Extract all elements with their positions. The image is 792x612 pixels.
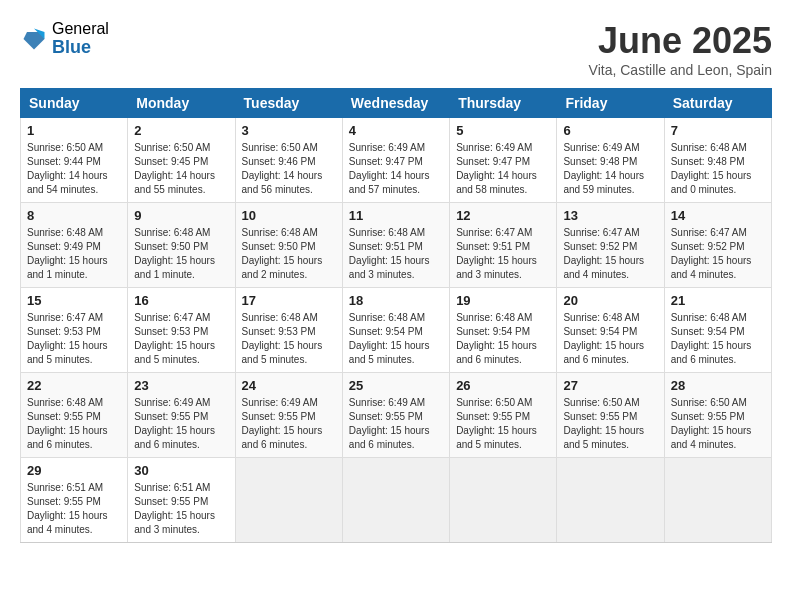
day-number: 30 bbox=[134, 463, 228, 478]
calendar-cell: 23 Sunrise: 6:49 AM Sunset: 9:55 PM Dayl… bbox=[128, 373, 235, 458]
cell-info: Sunrise: 6:49 AM Sunset: 9:55 PM Dayligh… bbox=[242, 396, 336, 452]
daylight-label: Daylight: 15 hours and 6 minutes. bbox=[671, 340, 752, 365]
calendar-cell: 9 Sunrise: 6:48 AM Sunset: 9:50 PM Dayli… bbox=[128, 203, 235, 288]
calendar-cell: 1 Sunrise: 6:50 AM Sunset: 9:44 PM Dayli… bbox=[21, 118, 128, 203]
cell-info: Sunrise: 6:49 AM Sunset: 9:48 PM Dayligh… bbox=[563, 141, 657, 197]
daylight-label: Daylight: 15 hours and 5 minutes. bbox=[456, 425, 537, 450]
day-number: 21 bbox=[671, 293, 765, 308]
cell-info: Sunrise: 6:48 AM Sunset: 9:51 PM Dayligh… bbox=[349, 226, 443, 282]
logo-general: General bbox=[52, 20, 109, 38]
day-number: 14 bbox=[671, 208, 765, 223]
sunrise-label: Sunrise: 6:49 AM bbox=[456, 142, 532, 153]
sunset-label: Sunset: 9:53 PM bbox=[134, 326, 208, 337]
cell-info: Sunrise: 6:51 AM Sunset: 9:55 PM Dayligh… bbox=[134, 481, 228, 537]
day-number: 2 bbox=[134, 123, 228, 138]
sunrise-label: Sunrise: 6:50 AM bbox=[242, 142, 318, 153]
logo-text: General Blue bbox=[52, 20, 109, 57]
calendar-cell: 16 Sunrise: 6:47 AM Sunset: 9:53 PM Dayl… bbox=[128, 288, 235, 373]
col-header-tuesday: Tuesday bbox=[235, 89, 342, 118]
col-header-monday: Monday bbox=[128, 89, 235, 118]
day-number: 22 bbox=[27, 378, 121, 393]
cell-info: Sunrise: 6:48 AM Sunset: 9:49 PM Dayligh… bbox=[27, 226, 121, 282]
sunrise-label: Sunrise: 6:49 AM bbox=[242, 397, 318, 408]
calendar-cell: 28 Sunrise: 6:50 AM Sunset: 9:55 PM Dayl… bbox=[664, 373, 771, 458]
sunset-label: Sunset: 9:55 PM bbox=[242, 411, 316, 422]
daylight-label: Daylight: 15 hours and 4 minutes. bbox=[671, 255, 752, 280]
calendar-header-row: SundayMondayTuesdayWednesdayThursdayFrid… bbox=[21, 89, 772, 118]
calendar-cell: 27 Sunrise: 6:50 AM Sunset: 9:55 PM Dayl… bbox=[557, 373, 664, 458]
sunrise-label: Sunrise: 6:50 AM bbox=[27, 142, 103, 153]
day-number: 29 bbox=[27, 463, 121, 478]
daylight-label: Daylight: 14 hours and 54 minutes. bbox=[27, 170, 108, 195]
sunset-label: Sunset: 9:48 PM bbox=[563, 156, 637, 167]
calendar-cell: 30 Sunrise: 6:51 AM Sunset: 9:55 PM Dayl… bbox=[128, 458, 235, 543]
sunset-label: Sunset: 9:47 PM bbox=[456, 156, 530, 167]
day-number: 24 bbox=[242, 378, 336, 393]
calendar-cell: 13 Sunrise: 6:47 AM Sunset: 9:52 PM Dayl… bbox=[557, 203, 664, 288]
cell-info: Sunrise: 6:48 AM Sunset: 9:50 PM Dayligh… bbox=[242, 226, 336, 282]
sunset-label: Sunset: 9:52 PM bbox=[563, 241, 637, 252]
day-number: 18 bbox=[349, 293, 443, 308]
daylight-label: Daylight: 15 hours and 6 minutes. bbox=[27, 425, 108, 450]
sunset-label: Sunset: 9:54 PM bbox=[671, 326, 745, 337]
cell-info: Sunrise: 6:47 AM Sunset: 9:52 PM Dayligh… bbox=[563, 226, 657, 282]
day-number: 19 bbox=[456, 293, 550, 308]
logo-blue: Blue bbox=[52, 38, 109, 58]
sunset-label: Sunset: 9:47 PM bbox=[349, 156, 423, 167]
sunrise-label: Sunrise: 6:50 AM bbox=[563, 397, 639, 408]
sunrise-label: Sunrise: 6:47 AM bbox=[671, 227, 747, 238]
daylight-label: Daylight: 14 hours and 57 minutes. bbox=[349, 170, 430, 195]
daylight-label: Daylight: 15 hours and 6 minutes. bbox=[456, 340, 537, 365]
cell-info: Sunrise: 6:49 AM Sunset: 9:55 PM Dayligh… bbox=[349, 396, 443, 452]
daylight-label: Daylight: 15 hours and 4 minutes. bbox=[563, 255, 644, 280]
sunrise-label: Sunrise: 6:48 AM bbox=[671, 142, 747, 153]
sunset-label: Sunset: 9:51 PM bbox=[456, 241, 530, 252]
sunset-label: Sunset: 9:55 PM bbox=[134, 411, 208, 422]
sunset-label: Sunset: 9:55 PM bbox=[27, 411, 101, 422]
calendar-cell bbox=[235, 458, 342, 543]
day-number: 11 bbox=[349, 208, 443, 223]
day-number: 25 bbox=[349, 378, 443, 393]
sunset-label: Sunset: 9:53 PM bbox=[27, 326, 101, 337]
sunset-label: Sunset: 9:55 PM bbox=[134, 496, 208, 507]
sunset-label: Sunset: 9:50 PM bbox=[134, 241, 208, 252]
sunset-label: Sunset: 9:45 PM bbox=[134, 156, 208, 167]
sunset-label: Sunset: 9:51 PM bbox=[349, 241, 423, 252]
sunset-label: Sunset: 9:50 PM bbox=[242, 241, 316, 252]
col-header-saturday: Saturday bbox=[664, 89, 771, 118]
calendar-week-5: 29 Sunrise: 6:51 AM Sunset: 9:55 PM Dayl… bbox=[21, 458, 772, 543]
sunrise-label: Sunrise: 6:51 AM bbox=[27, 482, 103, 493]
sunset-label: Sunset: 9:53 PM bbox=[242, 326, 316, 337]
month-title: June 2025 bbox=[589, 20, 772, 62]
sunrise-label: Sunrise: 6:49 AM bbox=[349, 397, 425, 408]
calendar-week-2: 8 Sunrise: 6:48 AM Sunset: 9:49 PM Dayli… bbox=[21, 203, 772, 288]
daylight-label: Daylight: 15 hours and 4 minutes. bbox=[27, 510, 108, 535]
cell-info: Sunrise: 6:48 AM Sunset: 9:54 PM Dayligh… bbox=[563, 311, 657, 367]
page-header: General Blue June 2025 Vita, Castille an… bbox=[20, 20, 772, 78]
calendar-cell: 10 Sunrise: 6:48 AM Sunset: 9:50 PM Dayl… bbox=[235, 203, 342, 288]
sunset-label: Sunset: 9:55 PM bbox=[671, 411, 745, 422]
daylight-label: Daylight: 14 hours and 58 minutes. bbox=[456, 170, 537, 195]
sunset-label: Sunset: 9:55 PM bbox=[349, 411, 423, 422]
sunset-label: Sunset: 9:55 PM bbox=[456, 411, 530, 422]
calendar-cell: 11 Sunrise: 6:48 AM Sunset: 9:51 PM Dayl… bbox=[342, 203, 449, 288]
sunrise-label: Sunrise: 6:49 AM bbox=[349, 142, 425, 153]
sunset-label: Sunset: 9:55 PM bbox=[563, 411, 637, 422]
day-number: 12 bbox=[456, 208, 550, 223]
calendar-cell: 25 Sunrise: 6:49 AM Sunset: 9:55 PM Dayl… bbox=[342, 373, 449, 458]
sunrise-label: Sunrise: 6:48 AM bbox=[349, 312, 425, 323]
calendar-cell: 21 Sunrise: 6:48 AM Sunset: 9:54 PM Dayl… bbox=[664, 288, 771, 373]
sunrise-label: Sunrise: 6:47 AM bbox=[563, 227, 639, 238]
calendar-cell: 2 Sunrise: 6:50 AM Sunset: 9:45 PM Dayli… bbox=[128, 118, 235, 203]
sunset-label: Sunset: 9:54 PM bbox=[563, 326, 637, 337]
sunrise-label: Sunrise: 6:50 AM bbox=[134, 142, 210, 153]
day-number: 4 bbox=[349, 123, 443, 138]
cell-info: Sunrise: 6:48 AM Sunset: 9:54 PM Dayligh… bbox=[349, 311, 443, 367]
sunrise-label: Sunrise: 6:48 AM bbox=[671, 312, 747, 323]
cell-info: Sunrise: 6:48 AM Sunset: 9:54 PM Dayligh… bbox=[456, 311, 550, 367]
daylight-label: Daylight: 15 hours and 3 minutes. bbox=[456, 255, 537, 280]
daylight-label: Daylight: 15 hours and 6 minutes. bbox=[134, 425, 215, 450]
sunrise-label: Sunrise: 6:49 AM bbox=[563, 142, 639, 153]
sunset-label: Sunset: 9:49 PM bbox=[27, 241, 101, 252]
calendar-table: SundayMondayTuesdayWednesdayThursdayFrid… bbox=[20, 88, 772, 543]
